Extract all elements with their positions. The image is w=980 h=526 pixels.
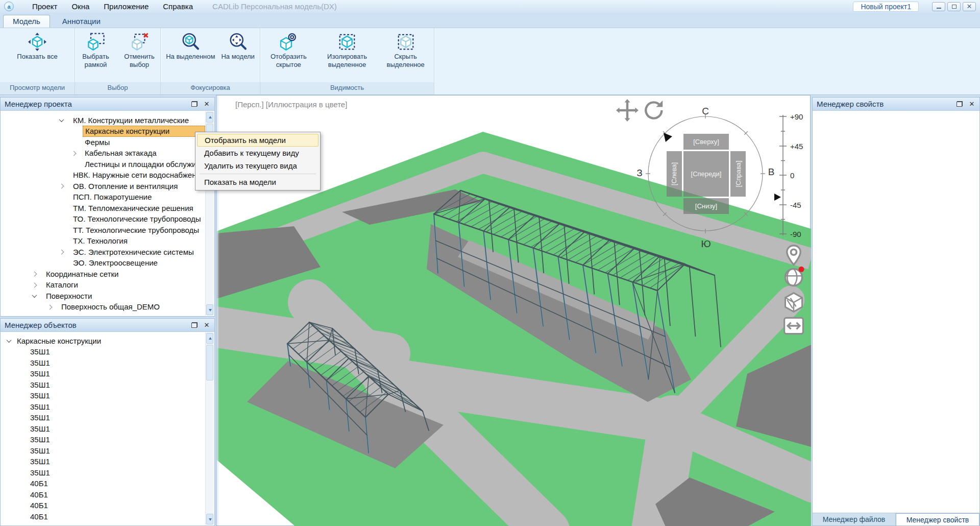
tree-item-label[interactable]: ТМ. Тепломеханические решения bbox=[71, 203, 195, 213]
minimize-button[interactable] bbox=[932, 2, 945, 11]
tree-item-label[interactable]: НВК. Наружные сети водоснабжени. bbox=[71, 170, 205, 180]
chevron-closed-icon[interactable] bbox=[59, 184, 64, 189]
chevron-open-icon[interactable] bbox=[59, 117, 64, 122]
tree-item-label[interactable]: ТТ. Технологические трубопроводы bbox=[71, 225, 201, 235]
chevron-open-icon[interactable] bbox=[32, 293, 37, 298]
tree-item[interactable]: Кабельная эктакада bbox=[1, 148, 205, 159]
object-list-item[interactable]: 35Ш1 bbox=[1, 423, 205, 435]
tree-item[interactable]: Координатные сетки bbox=[1, 269, 205, 280]
project-manager-titlebar[interactable]: Менеджер проекта ✕ bbox=[1, 98, 214, 111]
object-item-label[interactable]: 35Ш1 bbox=[28, 413, 52, 423]
restore-button[interactable] bbox=[947, 2, 961, 11]
close-panel-icon[interactable]: ✕ bbox=[202, 100, 211, 108]
object-item-label[interactable]: 40Б1 bbox=[28, 479, 50, 489]
tree-item-label[interactable]: ЭО. Электроосвещение bbox=[71, 258, 160, 268]
scroll-down-icon[interactable] bbox=[206, 514, 213, 524]
object-item-label[interactable]: 35Ш1 bbox=[28, 358, 52, 368]
float-panel-icon[interactable] bbox=[955, 100, 964, 108]
object-list-item[interactable]: 35Ш1 bbox=[1, 347, 205, 358]
tree-item[interactable]: ТТ. Технологические трубопроводы bbox=[1, 225, 205, 236]
object-list-item[interactable]: 35Ш1 bbox=[1, 369, 205, 380]
chevron-open-icon[interactable] bbox=[7, 338, 12, 343]
globe-icon[interactable] bbox=[782, 266, 805, 288]
object-item-label[interactable]: 40Б1 bbox=[28, 500, 50, 511]
tree-item[interactable]: ТО. Технологические трубопроводы bbox=[1, 214, 205, 225]
tree-item[interactable]: Поверхности bbox=[1, 291, 205, 302]
object-list-item[interactable]: 35Ш1 bbox=[1, 457, 205, 468]
ribbon-button-на-модели[interactable]: На модели bbox=[219, 30, 256, 81]
tree-item-label[interactable]: КМ. Конструкции металлические bbox=[71, 115, 191, 126]
close-button[interactable]: ✕ bbox=[963, 2, 976, 11]
object-item-label[interactable]: 35Ш1 bbox=[28, 446, 52, 456]
view-button-right[interactable]: [Справа] bbox=[730, 151, 746, 197]
chevron-closed-icon[interactable] bbox=[47, 304, 53, 309]
tree-item-label-selected[interactable]: Каркасные конструкции bbox=[83, 126, 205, 137]
object-list-item[interactable]: 35Ш1 bbox=[1, 445, 205, 457]
menu-item-окна[interactable]: Окна bbox=[64, 0, 96, 13]
object-list-item[interactable]: 35Ш1 bbox=[1, 401, 205, 413]
hatched-cube-icon[interactable] bbox=[782, 291, 805, 314]
context-menu-item[interactable]: Удалить из текущего вида bbox=[197, 159, 318, 172]
tree-item[interactable]: Лестницы и площадки обслужив bbox=[1, 159, 205, 170]
properties-manager-titlebar[interactable]: Менеджер свойств ✕ bbox=[813, 98, 979, 111]
object-item-label[interactable]: 35Ш1 bbox=[28, 402, 52, 412]
tree-item-label[interactable]: Каталоги bbox=[44, 280, 80, 290]
object-root-item[interactable]: Каркасные конструкции bbox=[1, 336, 205, 347]
tree-item-label[interactable]: ПСП. Пожаротушение bbox=[71, 192, 154, 202]
menu-item-проект[interactable]: Проект bbox=[25, 0, 64, 13]
object-item-label[interactable]: 40Б1 bbox=[28, 490, 50, 500]
object-item-label[interactable]: 35Ш1 bbox=[28, 391, 52, 401]
tree-item[interactable]: ТМ. Тепломеханические решения bbox=[1, 203, 205, 214]
tree-item-label[interactable]: Координатные сетки bbox=[44, 269, 120, 279]
menu-item-приложение[interactable]: Приложение bbox=[96, 0, 156, 13]
chevron-closed-icon[interactable] bbox=[32, 272, 37, 277]
tree-item[interactable]: Каталоги bbox=[1, 280, 205, 291]
view-button-front[interactable]: [Спереди] bbox=[683, 151, 729, 197]
chevron-closed-icon[interactable] bbox=[59, 250, 64, 255]
tree-item[interactable]: Фермы bbox=[1, 137, 205, 148]
object-item-label[interactable]: 35Ш1 bbox=[28, 380, 52, 390]
tree-item-label[interactable]: ОВ. Отопление и вентиляция bbox=[71, 181, 180, 192]
object-item-label[interactable]: 40Б1 bbox=[28, 522, 50, 525]
tree-item-label[interactable]: ТХ. Технология bbox=[71, 236, 130, 246]
object-root-label[interactable]: Каркасные конструкции bbox=[15, 336, 103, 346]
view-button-bottom[interactable]: [Снизу] bbox=[683, 198, 729, 214]
tree-item-label[interactable]: Поверхности bbox=[44, 291, 94, 301]
float-panel-icon[interactable] bbox=[190, 100, 199, 108]
object-manager-titlebar[interactable]: Менеджер объектов ✕ bbox=[1, 319, 214, 332]
tree-item-label[interactable]: ЭС. Электротехнические системы bbox=[71, 247, 196, 257]
view-button-left[interactable]: [Слева] bbox=[667, 151, 682, 197]
chevron-closed-icon[interactable] bbox=[71, 151, 77, 156]
ribbon-button-показать-все[interactable]: Показать все bbox=[15, 30, 59, 81]
menu-item-справка[interactable]: Справка bbox=[156, 0, 200, 13]
tree-item[interactable]: ЭО. Электроосвещение bbox=[1, 258, 205, 269]
object-list-item[interactable]: 40Б1 bbox=[1, 522, 205, 525]
tree-item[interactable]: Каркасные конструкции bbox=[1, 126, 205, 137]
object-item-label[interactable]: 35Ш1 bbox=[28, 424, 52, 434]
project-name-button[interactable]: Новый проект1 bbox=[853, 2, 919, 12]
tree-item[interactable]: ЭС. Электротехнические системы bbox=[1, 247, 205, 258]
orbit-icon[interactable] bbox=[642, 99, 664, 122]
ribbon-button-изолировать-выделенное[interactable]: Изолировать выделенное bbox=[319, 30, 376, 81]
object-list-item[interactable]: 40Б1 bbox=[1, 479, 205, 490]
object-item-label[interactable]: 35Ш1 bbox=[28, 347, 52, 357]
object-item-label[interactable]: 35Ш1 bbox=[28, 435, 52, 445]
object-list-item[interactable]: 35Ш1 bbox=[1, 413, 205, 424]
tree-item[interactable]: НВК. Наружные сети водоснабжени. bbox=[1, 170, 205, 181]
context-menu-item[interactable]: Показать на модели bbox=[197, 176, 318, 188]
object-list-item[interactable]: 40Б1 bbox=[1, 511, 205, 522]
tree-item[interactable]: ТХ. Технология bbox=[1, 236, 205, 247]
ribbon-button-выбрать-рамкой[interactable]: Выбрать рамкой bbox=[75, 30, 116, 81]
float-panel-icon[interactable] bbox=[190, 321, 199, 329]
view-button-top[interactable]: [Сверху] bbox=[683, 134, 729, 150]
pan-icon[interactable] bbox=[616, 99, 639, 122]
tab-аннотации[interactable]: Аннотации bbox=[53, 15, 110, 28]
tree-item[interactable]: Поверхность общая_DEMO bbox=[1, 302, 205, 313]
tree-item[interactable]: ПСП. Пожаротушение bbox=[1, 192, 205, 203]
scroll-thumb[interactable] bbox=[206, 345, 213, 380]
tree-item-label[interactable]: Фермы bbox=[83, 137, 112, 148]
object-item-label[interactable]: 35Ш1 bbox=[28, 468, 52, 478]
chevron-closed-icon[interactable] bbox=[32, 282, 37, 288]
tree-item-label[interactable]: Кабельная эктакада bbox=[83, 148, 159, 158]
object-item-label[interactable]: 35Ш1 bbox=[28, 457, 52, 467]
